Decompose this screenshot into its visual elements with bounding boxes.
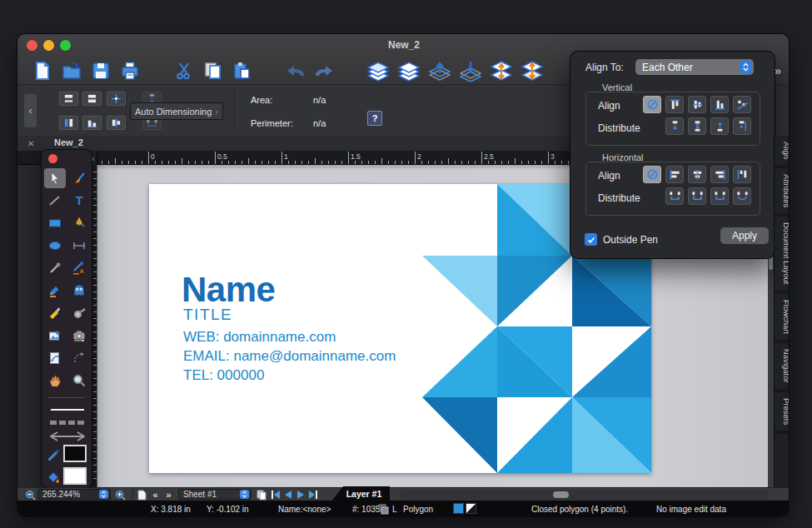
redo-button[interactable] [311,58,336,82]
new-document-button[interactable] [30,58,55,82]
move-to-back-of-layer-button[interactable] [520,58,545,82]
sheet-select[interactable]: Sheet #1 [178,489,252,500]
zoom-tool[interactable] [68,371,90,391]
copy-button[interactable] [201,58,226,82]
zoom-level-field[interactable]: 265.244% [37,489,111,500]
align-left-mini-button[interactable] [59,116,78,130]
collapse-toolbar-button[interactable]: ‹ [24,94,37,127]
side-tab-navigator[interactable]: Navigator [775,343,790,392]
horizontal-scrollbar[interactable] [401,490,769,500]
marker-tool[interactable] [44,281,66,301]
text-tool[interactable]: T [68,191,90,211]
pattern-triangle-5[interactable] [497,256,572,326]
stroke-style-dashed[interactable] [50,421,85,425]
side-tab-align[interactable]: Align [775,136,790,168]
move-to-front-of-layer-button[interactable] [489,58,514,82]
pen-tool[interactable] [68,213,90,233]
v-distribute-space-button[interactable] [733,117,751,135]
h-distribute-center-button[interactable] [688,187,706,205]
eyedropper-tool[interactable] [44,258,66,278]
sheet-stepper-icon[interactable] [240,490,249,499]
vector-page-tool[interactable] [44,348,66,368]
zoom-in-button[interactable] [114,489,126,501]
previous-sheet-button[interactable]: « [149,489,162,501]
pan-loupe-tool[interactable] [68,303,90,323]
side-tab-document-layout[interactable]: Document Layout [775,217,790,293]
camera-tool[interactable] [68,326,90,346]
outside-pen-label[interactable]: Outside Pen [603,234,658,246]
v-align-none-button[interactable] [643,96,661,113]
auto-dimensioning-button[interactable]: Auto Dimensioning › [130,102,223,120]
last-layer-button[interactable] [307,489,318,501]
rectangle-tool[interactable] [44,213,66,233]
h-align-center-button[interactable] [688,166,706,183]
open-document-button[interactable] [59,58,84,82]
card-tel-text[interactable]: TEL: 000000 [183,366,396,385]
line-tool[interactable] [44,191,66,211]
close-tab-icon[interactable]: ✕ [27,139,34,148]
h-align-none-button[interactable] [643,166,661,183]
hand-tool[interactable] [44,371,66,391]
align-top-mini-button[interactable] [59,92,78,106]
v-distribute-middle-button[interactable] [688,117,706,135]
bring-forward-button[interactable] [427,58,452,82]
lasso-tool[interactable] [68,348,90,368]
selection-tool[interactable] [44,168,66,188]
pen-status-swatch[interactable] [466,503,476,514]
card-email-text[interactable]: EMAIL: name@domainname.com [183,346,396,366]
card-name-text[interactable]: Name [182,270,275,310]
send-backward-button[interactable] [458,58,483,82]
v-distribute-top-button[interactable] [665,117,684,135]
stroke-style-solid[interactable] [51,409,84,411]
next-sheet-button[interactable]: » [162,489,175,501]
send-to-back-button[interactable] [366,58,391,82]
paste-button[interactable] [230,58,255,82]
side-tab-presets[interactable]: Presets [775,392,790,434]
h-distribute-space-button[interactable] [733,187,751,205]
side-tab-attributes[interactable]: Attributes [775,168,790,217]
bring-to-front-button[interactable] [396,58,421,82]
h-align-left-button[interactable] [665,166,684,183]
undo-button[interactable] [284,58,309,82]
close-palette-button[interactable] [48,154,57,163]
apply-button[interactable]: Apply [720,227,769,244]
arrow-ends-selector[interactable] [50,431,85,441]
horizontal-scrollbar-thumb[interactable] [553,491,569,498]
zoom-out-button[interactable] [24,489,36,501]
image-edit-tool[interactable] [44,326,66,346]
pen-color-swatch[interactable] [63,445,87,462]
outside-pen-checkbox[interactable] [585,233,597,246]
previous-layer-button[interactable] [282,489,293,501]
first-layer-button[interactable] [270,489,281,501]
v-distribute-bottom-button[interactable] [710,117,729,135]
pattern-triangle-4[interactable] [422,256,497,326]
align-middle-mini-button[interactable] [82,92,102,106]
fill-color-swatch[interactable] [63,467,87,485]
h-align-right-button[interactable] [710,166,729,183]
pattern-triangle-13[interactable] [497,397,572,473]
next-layer-button[interactable] [295,489,306,501]
save-button[interactable] [88,58,113,82]
pattern-triangle-8[interactable] [422,326,497,397]
ghost-tool[interactable] [68,281,90,301]
document-tab[interactable]: New_2 [54,137,83,147]
side-tab-flowchart[interactable]: Flowchart [775,294,790,343]
cut-button[interactable] [172,58,197,82]
v-align-bottom-button[interactable] [710,96,729,113]
align-to-select[interactable]: Each Other [635,59,754,75]
v-align-stair-button[interactable] [733,96,751,113]
align-bottom-mini-button[interactable] [82,116,102,130]
h-distribute-left-button[interactable] [665,187,684,205]
style-picker-tool[interactable]: A [68,258,90,278]
h-align-key-button[interactable] [733,166,751,183]
duplicate-layer-button[interactable] [256,489,267,501]
dimension-tool[interactable] [68,236,90,256]
align-center-point-mini-button[interactable] [107,92,126,106]
brush-tool[interactable] [68,168,90,188]
new-sheet-button[interactable] [137,489,147,501]
zoom-stepper-icon[interactable] [99,490,108,499]
help-button[interactable]: ? [367,111,382,126]
layer-tab[interactable]: Layer #1 [331,486,390,501]
knife-tool[interactable] [44,303,66,323]
align-vcenter-mini-button[interactable] [107,116,126,130]
